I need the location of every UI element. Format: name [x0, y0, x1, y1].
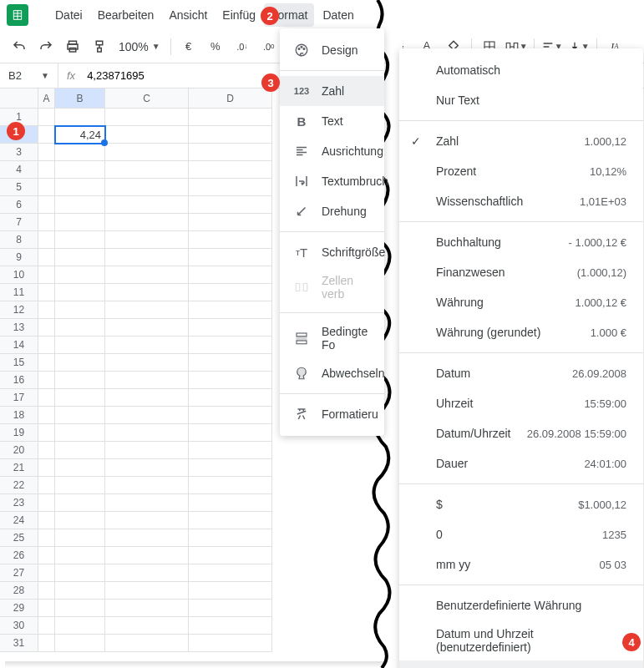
col-header-D[interactable]: D [189, 89, 272, 109]
cell-C11[interactable] [105, 284, 189, 301]
cell-A8[interactable] [38, 231, 55, 249]
cell-B31[interactable] [55, 635, 105, 652]
undo-button[interactable] [7, 34, 32, 59]
cell-A22[interactable] [38, 477, 55, 494]
row-header-5[interactable]: 5 [0, 179, 38, 196]
cell-D6[interactable] [189, 196, 272, 214]
number-format-w-hrung[interactable]: Währung1.000,12 € [399, 287, 643, 317]
row-header-9[interactable]: 9 [0, 249, 38, 266]
cell-D25[interactable] [189, 529, 272, 547]
cell-B8[interactable] [55, 231, 105, 249]
cell-A20[interactable] [38, 442, 55, 459]
cell-A11[interactable] [38, 284, 55, 301]
cell-B6[interactable] [55, 196, 105, 214]
cell-D20[interactable] [189, 442, 272, 459]
cell-B21[interactable] [55, 459, 105, 477]
cell-A27[interactable] [38, 564, 55, 582]
row-header-19[interactable]: 19 [0, 424, 38, 442]
cell-A13[interactable] [38, 319, 55, 337]
format-menu-drehung[interactable]: Drehung [280, 196, 384, 226]
cell-A14[interactable] [38, 337, 55, 354]
format-menu-text[interactable]: BText [280, 106, 384, 136]
cell-C12[interactable] [105, 301, 189, 319]
cell-A15[interactable] [38, 354, 55, 372]
row-header-16[interactable]: 16 [0, 372, 38, 389]
cell-A2[interactable] [38, 126, 55, 144]
cell-B23[interactable] [55, 494, 105, 512]
format-menu-abwechseln[interactable]: Abwechseln [280, 358, 384, 388]
cell-A23[interactable] [38, 494, 55, 512]
cell-C2[interactable] [105, 126, 189, 144]
cell-B24[interactable] [55, 512, 105, 529]
row-header-27[interactable]: 27 [0, 564, 38, 582]
col-header-C[interactable]: C [105, 89, 189, 109]
format-menu-schriftgröße[interactable]: тTSchriftgröße [280, 237, 384, 267]
cell-C17[interactable] [105, 389, 189, 407]
cell-C19[interactable] [105, 424, 189, 442]
cell-C14[interactable] [105, 337, 189, 354]
zoom-selector[interactable]: 100%▼ [114, 40, 165, 53]
number-format-mm-yy[interactable]: mm yy05 03 [399, 549, 643, 579]
paint-format-button[interactable] [87, 34, 112, 59]
row-header-13[interactable]: 13 [0, 319, 38, 337]
cell-C9[interactable] [105, 249, 189, 266]
row-header-22[interactable]: 22 [0, 477, 38, 494]
cell-D26[interactable] [189, 547, 272, 564]
cell-A1[interactable] [38, 109, 55, 126]
row-header-24[interactable]: 24 [0, 512, 38, 529]
menu-datei[interactable]: Datei [48, 3, 89, 27]
menu-daten[interactable]: Daten [316, 3, 360, 27]
cell-C1[interactable] [105, 109, 189, 126]
cell-B20[interactable] [55, 442, 105, 459]
number-format-buchhaltung[interactable]: Buchhaltung- 1.000,12 € [399, 227, 643, 257]
cell-A29[interactable] [38, 600, 55, 617]
cell-D31[interactable] [189, 635, 272, 652]
cell-A3[interactable] [38, 144, 55, 161]
number-format-dauer[interactable]: Dauer24:01:00 [399, 448, 643, 478]
format-menu-design[interactable]: Design [280, 35, 384, 65]
cell-A26[interactable] [38, 547, 55, 564]
cell-B13[interactable] [55, 319, 105, 337]
redo-button[interactable] [33, 34, 58, 59]
cell-A18[interactable] [38, 407, 55, 424]
format-menu-bedingte-fo[interactable]: Bedingte Fo [280, 318, 384, 358]
cell-D16[interactable] [189, 372, 272, 389]
cell-D11[interactable] [189, 284, 272, 301]
row-header-26[interactable]: 26 [0, 547, 38, 564]
cell-C22[interactable] [105, 477, 189, 494]
cell-D17[interactable] [189, 389, 272, 407]
cell-D28[interactable] [189, 582, 272, 600]
cell-C13[interactable] [105, 319, 189, 337]
number-format-benutzerdefiniertes-zahlenformat[interactable]: Benutzerdefiniertes Zahlenformat [399, 660, 643, 668]
cell-B4[interactable] [55, 161, 105, 179]
cell-C21[interactable] [105, 459, 189, 477]
cell-A28[interactable] [38, 582, 55, 600]
cell-D4[interactable] [189, 161, 272, 179]
number-format-w-hrung-gerundet-[interactable]: Währung (gerundet)1.000 € [399, 317, 643, 347]
cell-B29[interactable] [55, 600, 105, 617]
cell-C23[interactable] [105, 494, 189, 512]
format-menu-formatieru[interactable]: Formatieru [280, 399, 384, 429]
cell-B3[interactable] [55, 144, 105, 161]
cell-D5[interactable] [189, 179, 272, 196]
row-header-12[interactable]: 12 [0, 301, 38, 319]
row-header-15[interactable]: 15 [0, 354, 38, 372]
cell-A24[interactable] [38, 512, 55, 529]
cell-B5[interactable] [55, 179, 105, 196]
cell-A16[interactable] [38, 372, 55, 389]
format-menu-textumbruch[interactable]: Textumbruch [280, 166, 384, 196]
cell-B27[interactable] [55, 564, 105, 582]
cell-C18[interactable] [105, 407, 189, 424]
cell-A25[interactable] [38, 529, 55, 547]
row-header-25[interactable]: 25 [0, 529, 38, 547]
cell-B19[interactable] [55, 424, 105, 442]
cell-B15[interactable] [55, 354, 105, 372]
row-header-8[interactable]: 8 [0, 231, 38, 249]
cell-B7[interactable] [55, 214, 105, 231]
row-header-21[interactable]: 21 [0, 459, 38, 477]
row-header-30[interactable]: 30 [0, 617, 38, 635]
cell-C6[interactable] [105, 196, 189, 214]
cell-B16[interactable] [55, 372, 105, 389]
number-format-benutzerdefinierte-w-hrung[interactable]: Benutzerdefinierte Währung [399, 590, 643, 620]
cell-B22[interactable] [55, 477, 105, 494]
